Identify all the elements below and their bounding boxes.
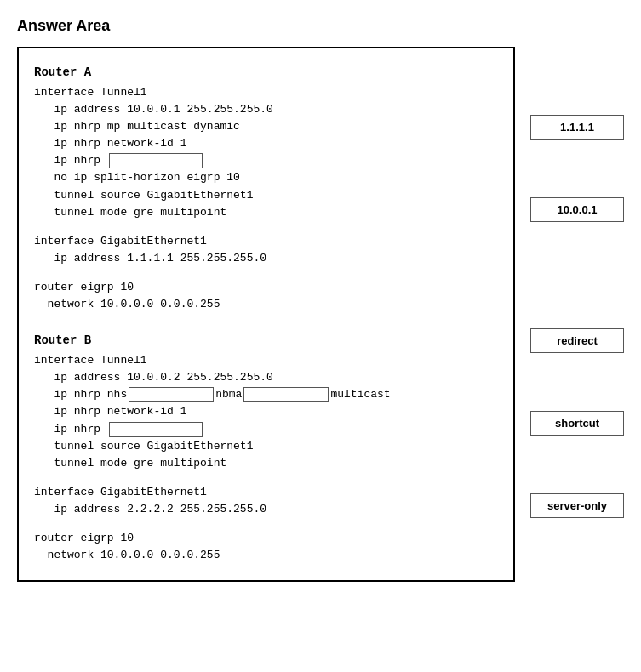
main-layout: Router A interface Tunnel1 ip address 10…: [17, 47, 624, 582]
code-line: ip nhrp network-id 1: [34, 403, 498, 420]
option-1111[interactable]: 1.1.1.1: [530, 115, 624, 140]
page-title: Answer Area: [17, 17, 624, 35]
router-a-nhrp-input[interactable]: [109, 153, 203, 168]
router-b-nbma-input[interactable]: [243, 387, 329, 402]
code-line: ip address 2.2.2.2 255.255.255.0: [34, 501, 498, 518]
router-b-nhs-input[interactable]: [129, 387, 214, 402]
code-line: tunnel source GigabitEthernet1: [34, 187, 498, 204]
code-line: interface GigabitEthernet1: [34, 233, 498, 250]
code-line: interface GigabitEthernet1: [34, 484, 498, 501]
router-b-title: Router B: [34, 332, 498, 350]
router-a-title: Router A: [34, 64, 498, 83]
router-b-nhs-line: ip nhrp nhs nbma multicast: [34, 386, 498, 403]
code-line: ip nhrp network-id 1: [34, 135, 498, 152]
option-shortcut[interactable]: shortcut: [530, 411, 624, 436]
code-line: ip nhrp mp multicast dynamic: [34, 118, 498, 135]
router-a-nhrp-line: ip nhrp: [34, 152, 498, 169]
router-b-nhrp-line: ip nhrp: [34, 421, 498, 438]
code-line: ip address 10.0.0.1 255.255.255.0: [34, 101, 498, 118]
code-line: network 10.0.0.0 0.0.0.255: [34, 296, 498, 313]
sidebar-options: 1.1.1.1 10.0.0.1 redirect shortcut serve…: [530, 47, 624, 518]
option-10001[interactable]: 10.0.0.1: [530, 197, 624, 222]
code-line: ip address 10.0.0.2 255.255.255.0: [34, 369, 498, 386]
code-line: router eigrp 10: [34, 279, 498, 296]
code-line: ip address 1.1.1.1 255.255.255.0: [34, 250, 498, 267]
code-line: tunnel mode gre multipoint: [34, 455, 498, 472]
code-line: interface Tunnel1: [34, 84, 498, 101]
code-line: interface Tunnel1: [34, 352, 498, 369]
code-line: network 10.0.0.0 0.0.0.255: [34, 547, 498, 564]
code-line: tunnel source GigabitEthernet1: [34, 438, 498, 455]
code-line: no ip split-horizon eigrp 10: [34, 169, 498, 186]
option-serveronly[interactable]: server-only: [530, 493, 624, 518]
option-redirect[interactable]: redirect: [530, 328, 624, 353]
router-b-nhrp-input[interactable]: [109, 422, 203, 437]
code-line: tunnel mode gre multipoint: [34, 204, 498, 221]
code-line: router eigrp 10: [34, 530, 498, 547]
answer-box: Router A interface Tunnel1 ip address 10…: [17, 47, 515, 582]
